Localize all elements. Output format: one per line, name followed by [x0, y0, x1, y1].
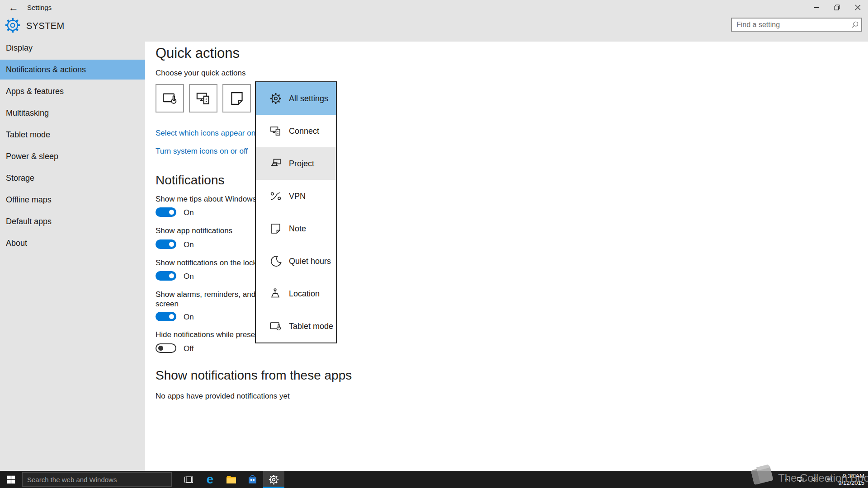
- file-explorer-icon: [226, 474, 237, 485]
- quick-action-dropdown: All settings Connect Project VPN: [255, 81, 337, 343]
- quiet-hours-moon-icon: [269, 255, 282, 267]
- sidebar-item-display[interactable]: Display: [0, 38, 145, 58]
- taskbar-search-input[interactable]: [22, 472, 172, 487]
- tablet-mode-icon: [269, 320, 282, 333]
- close-icon: [855, 5, 861, 10]
- speaker-icon: [811, 475, 819, 483]
- dropdown-item-tablet-mode[interactable]: Tablet mode: [256, 310, 336, 343]
- find-setting-input[interactable]: [731, 18, 862, 32]
- toggle-label-alarms-line2: screen: [156, 300, 179, 309]
- edge-icon: e: [207, 473, 214, 486]
- quick-action-tiles: [156, 84, 251, 113]
- system-tray: 9:34 AM 9/12/2015: [779, 471, 868, 488]
- dropdown-item-connect[interactable]: Connect: [256, 115, 336, 147]
- task-view-button[interactable]: [178, 471, 199, 488]
- windows-logo-icon: [6, 474, 16, 484]
- dropdown-item-vpn[interactable]: VPN: [256, 180, 336, 212]
- taskbar-clock[interactable]: 9:34 AM 9/12/2015: [835, 473, 868, 486]
- tray-network-button[interactable]: [793, 471, 807, 488]
- page-title: SYSTEM: [26, 21, 65, 31]
- connect-icon: [269, 125, 282, 137]
- tablet-mode-icon: [162, 90, 178, 107]
- quick-action-tile-tablet-mode[interactable]: [156, 84, 184, 113]
- toggle-lock-screen-state: On: [184, 272, 194, 281]
- dropdown-item-label: Project: [289, 159, 314, 169]
- toggle-label-app-notifications: Show app notifications: [156, 226, 232, 235]
- dropdown-item-label: Location: [289, 289, 320, 299]
- restore-button[interactable]: [826, 0, 847, 15]
- apps-notifications-heading: Show notifications from these apps: [156, 368, 352, 383]
- back-arrow-icon: ←: [9, 2, 19, 14]
- dropdown-item-label: VPN: [289, 192, 306, 201]
- quick-action-tile-note[interactable]: [222, 84, 251, 113]
- close-button[interactable]: [847, 0, 868, 15]
- project-icon: [269, 157, 282, 170]
- taskbar: e: [0, 471, 868, 488]
- quick-actions-subheading: Choose your quick actions: [156, 69, 245, 78]
- sidebar-item-about[interactable]: About: [0, 233, 145, 253]
- note-icon: [269, 222, 282, 235]
- tray-volume-button[interactable]: [807, 471, 821, 488]
- clock-date: 9/12/2015: [835, 479, 864, 486]
- dropdown-item-label: Connect: [289, 127, 319, 136]
- dropdown-item-label: Tablet mode: [289, 322, 333, 331]
- toggle-presenting-state: Off: [184, 344, 193, 353]
- settings-gear-icon: [268, 474, 279, 485]
- toggle-presenting[interactable]: [156, 343, 176, 353]
- dropdown-item-note[interactable]: Note: [256, 212, 336, 245]
- sidebar-item-storage[interactable]: Storage: [0, 168, 145, 188]
- connect-icon: [195, 90, 212, 107]
- sidebar-item-power-sleep[interactable]: Power & sleep: [0, 146, 145, 166]
- toggle-alarms[interactable]: [156, 312, 176, 321]
- toggle-lock-screen[interactable]: [156, 271, 176, 281]
- tray-chevron-button[interactable]: [779, 471, 793, 488]
- note-icon: [229, 90, 245, 107]
- toggle-label-presenting: Hide notifications while presenting: [156, 330, 272, 339]
- toggle-tips-state: On: [184, 208, 194, 217]
- toggle-tips[interactable]: [156, 207, 176, 217]
- edge-browser-button[interactable]: e: [199, 471, 221, 488]
- sidebar-item-multitasking[interactable]: Multitasking: [0, 103, 145, 123]
- location-icon: [269, 287, 282, 300]
- system-gear-icon: [5, 17, 21, 33]
- sidebar-item-offline-maps[interactable]: Offline maps: [0, 190, 145, 210]
- dropdown-item-quiet-hours[interactable]: Quiet hours: [256, 245, 336, 277]
- search-icon: [851, 21, 859, 28]
- minimize-button[interactable]: [806, 0, 826, 15]
- sidebar-item-notifications-actions[interactable]: Notifications & actions: [0, 60, 145, 80]
- sidebar-item-default-apps[interactable]: Default apps: [0, 211, 145, 231]
- action-center-icon: [825, 475, 833, 483]
- dropdown-item-label: Quiet hours: [289, 257, 331, 266]
- settings-app-button[interactable]: [263, 471, 284, 488]
- content-panel: [145, 42, 868, 471]
- dropdown-item-label: All settings: [289, 94, 328, 103]
- taskbar-search-box: [22, 472, 172, 487]
- settings-window: ← Settings SYSTEM Display Notifications …: [0, 0, 868, 488]
- toggle-alarms-state: On: [184, 313, 194, 322]
- quick-actions-heading: Quick actions: [156, 45, 240, 61]
- titlebar: ← Settings: [0, 0, 868, 15]
- store-button[interactable]: [242, 471, 263, 488]
- dropdown-item-all-settings[interactable]: All settings: [256, 82, 336, 115]
- start-button[interactable]: [0, 471, 22, 488]
- notifications-heading: Notifications: [156, 173, 225, 188]
- window-title: Settings: [27, 4, 52, 11]
- quick-action-tile-connect[interactable]: [189, 84, 217, 113]
- toggle-app-notifications[interactable]: [156, 239, 176, 249]
- vpn-icon: [269, 190, 282, 202]
- dropdown-item-location[interactable]: Location: [256, 277, 336, 310]
- file-explorer-button[interactable]: [221, 471, 242, 488]
- turn-system-icons-link[interactable]: Turn system icons on or off: [156, 147, 248, 156]
- apps-empty-text: No apps have provided notifications yet: [156, 392, 290, 401]
- restore-icon: [834, 5, 840, 10]
- dropdown-item-project[interactable]: Project: [256, 147, 336, 180]
- sidebar: Display Notifications & actions Apps & f…: [0, 38, 145, 255]
- tray-action-center-button[interactable]: [821, 471, 835, 488]
- sidebar-item-apps-features[interactable]: Apps & features: [0, 81, 145, 101]
- dropdown-item-label: Note: [289, 224, 306, 234]
- chevron-up-icon: [783, 475, 791, 483]
- sidebar-item-tablet-mode[interactable]: Tablet mode: [0, 125, 145, 145]
- back-button[interactable]: ←: [5, 1, 23, 14]
- network-icon: [797, 475, 805, 483]
- task-view-icon: [183, 474, 194, 485]
